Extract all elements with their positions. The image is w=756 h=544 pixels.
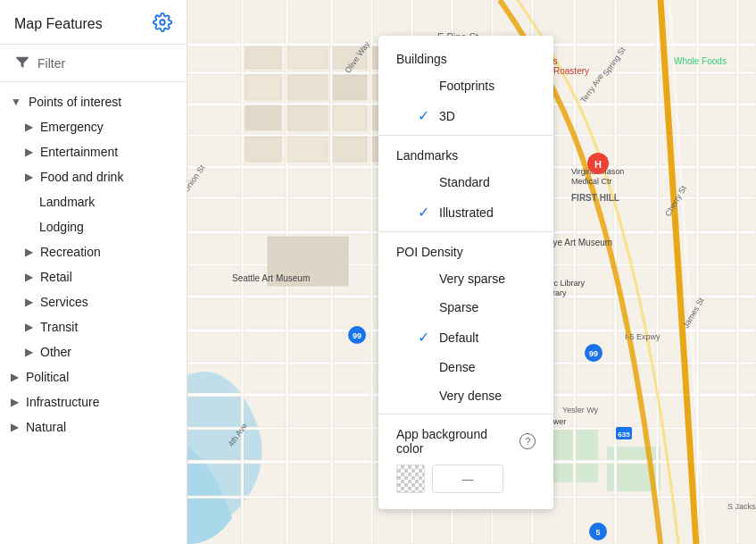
- sidebar-item-services[interactable]: ▶ Services: [0, 289, 187, 314]
- gear-icon[interactable]: [153, 13, 172, 35]
- sparse-label: Sparse: [439, 300, 478, 314]
- sidebar-item-transit[interactable]: ▶ Transit: [0, 314, 187, 339]
- sidebar-item-landmark[interactable]: Landmark: [0, 189, 187, 214]
- sidebar-item-retail[interactable]: ▶ Retail: [0, 264, 187, 289]
- check-icon: ✓: [418, 204, 436, 221]
- dropdown-menu: Buildings Footprints ✓ 3D Landmarks Stan…: [378, 36, 553, 509]
- svg-text:Frye Art Museum: Frye Art Museum: [544, 238, 612, 247]
- svg-rect-39: [333, 75, 367, 100]
- sidebar-item-label: Other: [40, 345, 71, 359]
- svg-text:I-5 Expwy: I-5 Expwy: [625, 332, 660, 341]
- footprints-label: Footprints: [439, 79, 494, 93]
- chevron-icon: ▼: [11, 96, 21, 108]
- svg-text:5: 5: [595, 528, 600, 537]
- svg-rect-30: [696, 0, 699, 544]
- svg-rect-38: [287, 75, 328, 100]
- landmarks-section: Landmarks Standard ✓ Illustrated: [378, 139, 553, 228]
- footprints-option[interactable]: Footprints: [378, 71, 553, 100]
- svg-text:Whole Foods: Whole Foods: [674, 56, 727, 66]
- sidebar-item-entertainment[interactable]: ▶ Entertainment: [0, 139, 187, 164]
- chevron-icon: ▶: [25, 296, 33, 308]
- sidebar-item-label: Points of interest: [29, 95, 121, 109]
- sidebar-item-political[interactable]: ▶ Political: [0, 364, 187, 389]
- standard-label: Standard: [439, 175, 490, 189]
- chevron-icon: ▶: [25, 121, 33, 133]
- color-row: —: [396, 464, 536, 493]
- color-input-value[interactable]: —: [432, 464, 503, 493]
- default-option[interactable]: ✓ Default: [378, 322, 553, 353]
- svg-text:99: 99: [353, 331, 361, 340]
- sparse-option[interactable]: Sparse: [378, 293, 553, 322]
- sidebar: Map Features Filter ▼ Points of interest: [0, 0, 187, 544]
- svg-rect-44: [333, 105, 367, 130]
- sidebar-item-food[interactable]: ▶ Food and drink: [0, 164, 187, 189]
- sidebar-item-label: Recreation: [40, 245, 101, 259]
- svg-rect-42: [245, 105, 281, 130]
- svg-rect-47: [287, 137, 328, 162]
- 3d-label: 3D: [439, 109, 455, 123]
- sidebar-item-emergency[interactable]: ▶ Emergency: [0, 114, 187, 139]
- svg-rect-48: [333, 137, 367, 162]
- app-bg-section: App background color ? —: [378, 418, 553, 502]
- divider-2: [378, 231, 553, 232]
- very-dense-option[interactable]: Very dense: [378, 381, 553, 410]
- svg-text:635: 635: [618, 431, 630, 439]
- chevron-icon: ▶: [25, 346, 33, 358]
- help-icon[interactable]: ?: [519, 433, 536, 449]
- landmarks-title: Landmarks: [378, 139, 553, 168]
- chevron-icon: ▶: [11, 421, 19, 433]
- very-sparse-label: Very sparse: [439, 272, 505, 286]
- svg-rect-31: [736, 0, 739, 544]
- svg-rect-32: [245, 46, 281, 69]
- svg-text:S Jackson St: S Jackson St: [727, 502, 756, 511]
- chevron-icon: ▶: [11, 371, 19, 383]
- sidebar-item-label: Lodging: [39, 220, 84, 234]
- sidebar-list: ▼ Points of interest ▶ Emergency ▶ Enter…: [0, 82, 187, 544]
- default-label: Default: [439, 331, 478, 345]
- sidebar-item-natural[interactable]: ▶ Natural: [0, 414, 187, 439]
- sidebar-item-label: Retail: [40, 270, 72, 284]
- check-icon: ✓: [418, 107, 436, 124]
- svg-rect-27: [573, 0, 576, 544]
- svg-rect-37: [245, 75, 281, 100]
- filter-row[interactable]: Filter: [0, 45, 187, 82]
- sidebar-item-lodging[interactable]: Lodging: [0, 214, 187, 239]
- svg-rect-46: [245, 137, 281, 162]
- chevron-icon: ▶: [25, 146, 33, 158]
- app-bg-label: App background color: [396, 427, 514, 456]
- standard-option[interactable]: Standard: [378, 168, 553, 197]
- very-dense-label: Very dense: [439, 389, 502, 403]
- svg-rect-33: [287, 46, 328, 69]
- svg-rect-43: [287, 105, 328, 130]
- sidebar-item-other[interactable]: ▶ Other: [0, 339, 187, 364]
- app-bg-title: App background color ?: [396, 427, 536, 456]
- poi-density-section: POI Density Very sparse Sparse ✓ Default…: [378, 236, 553, 410]
- chevron-icon: ▶: [25, 321, 33, 333]
- dense-label: Dense: [439, 360, 475, 374]
- chevron-icon: ▶: [25, 246, 33, 258]
- color-checker[interactable]: [396, 464, 425, 493]
- 3d-option[interactable]: ✓ 3D: [378, 100, 553, 131]
- sidebar-item-label: Natural: [26, 420, 66, 434]
- dense-option[interactable]: Dense: [378, 353, 553, 381]
- svg-rect-29: [656, 0, 659, 544]
- sidebar-item-infrastructure[interactable]: ▶ Infrastructure: [0, 389, 187, 414]
- sidebar-header: Map Features: [0, 0, 187, 45]
- svg-text:Medical Ctr: Medical Ctr: [571, 177, 612, 186]
- sidebar-item-label: Transit: [40, 320, 78, 334]
- buildings-title: Buildings: [378, 43, 553, 71]
- svg-rect-19: [241, 0, 244, 544]
- sidebar-item-label: Emergency: [40, 120, 104, 134]
- sidebar-item-label: Political: [26, 370, 69, 384]
- sidebar-item-poi[interactable]: ▼ Points of interest: [0, 89, 187, 114]
- buildings-section: Buildings Footprints ✓ 3D: [378, 43, 553, 131]
- divider-3: [378, 414, 553, 414]
- svg-text:Yesler Wy: Yesler Wy: [562, 406, 599, 414]
- sidebar-item-label: Food and drink: [40, 170, 123, 184]
- sidebar-item-recreation[interactable]: ▶ Recreation: [0, 239, 187, 264]
- illustrated-option[interactable]: ✓ Illustrated: [378, 197, 553, 228]
- chevron-icon: ▶: [11, 396, 19, 408]
- very-sparse-option[interactable]: Very sparse: [378, 264, 553, 293]
- check-icon: ✓: [418, 329, 436, 346]
- svg-point-0: [160, 20, 165, 25]
